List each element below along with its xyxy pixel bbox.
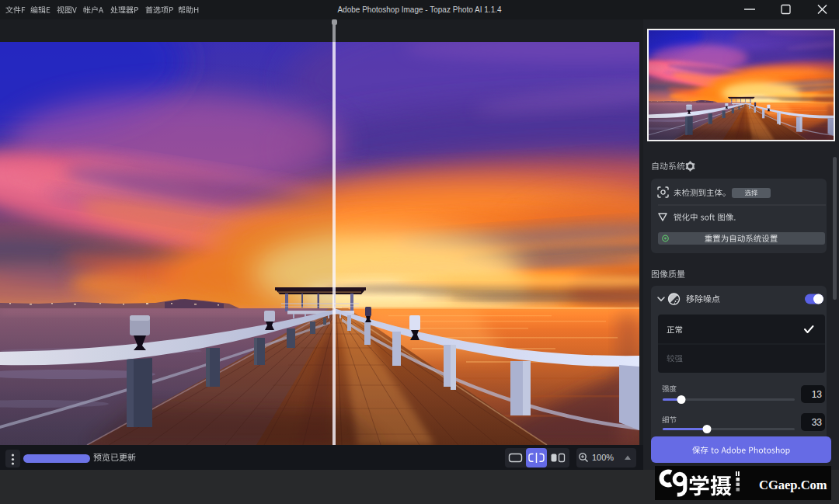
svg-text:13: 13	[812, 389, 823, 400]
svg-text:33: 33	[812, 417, 823, 428]
svg-text:CGaep.Com: CGaep.Com	[759, 478, 827, 492]
